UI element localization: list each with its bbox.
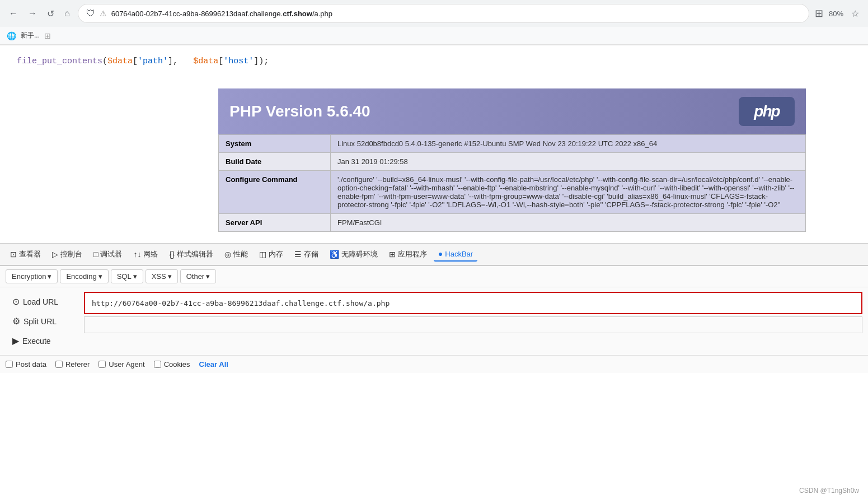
referer-checkbox-label[interactable]: Referer [55, 360, 90, 369]
devtool-label: HackBar [445, 250, 473, 258]
url-input[interactable] [84, 292, 862, 314]
xss-label: XSS [152, 272, 166, 281]
load-url-icon: ⊙ [12, 296, 20, 307]
devtool-label: 查看器 [19, 249, 41, 259]
other-label: Other [186, 272, 205, 281]
xss-menu[interactable]: XSS ▾ [146, 269, 178, 283]
table-cell-value: './configure' '--build=x86_64-linux-musl… [331, 171, 806, 214]
devtool-inspector[interactable]: ⊡ 查看器 [6, 247, 45, 262]
hackbar: Encryption ▾ Encoding ▾ SQL ▾ XSS ▾ Othe… [0, 265, 868, 373]
clear-all-button[interactable]: Clear All [199, 360, 228, 369]
devtool-storage[interactable]: ☰ 存储 [290, 247, 323, 262]
php-version: PHP Version 5.6.40 [229, 102, 370, 120]
devtool-debugger[interactable]: □ 调试器 [89, 247, 126, 262]
hackbar-actions: ⊙ Load URL ⚙ Split URL ▶ Execute [6, 292, 84, 351]
devtool-label: 存储 [304, 249, 318, 259]
devtool-style-editor[interactable]: {} 样式编辑器 [165, 247, 217, 262]
devtool-console[interactable]: ▷ 控制台 [48, 247, 87, 262]
back-button[interactable]: ← [7, 6, 20, 21]
address-bar[interactable]: 🛡 ⚠ 60764a00-02b7-41cc-a9ba-86996213daaf… [78, 4, 809, 23]
load-url-button[interactable]: ⊙ Load URL [6, 292, 84, 311]
grid-icon: ⊞ [815, 7, 823, 20]
accessibility-icon: ♿ [330, 250, 339, 259]
browser-nav: ← → ↺ ⌂ 🛡 ⚠ 60764a00-02b7-41cc-a9ba-8699… [0, 0, 868, 27]
user-agent-checkbox[interactable] [98, 361, 106, 368]
code-bracket1-close: ] [168, 57, 173, 66]
hackbar-content: ⊙ Load URL ⚙ Split URL ▶ Execute [0, 287, 868, 355]
style-editor-icon: {} [169, 250, 174, 259]
table-cell-key: System [219, 135, 331, 153]
encoding-arrow: ▾ [98, 272, 102, 281]
shield-icon: 🛡 [86, 8, 95, 18]
bookmark-item[interactable]: 新手... [21, 31, 40, 40]
encryption-arrow: ▾ [48, 272, 51, 281]
table-cell-key: Configure Command [219, 171, 331, 214]
devtool-label: 内存 [269, 249, 283, 259]
code-function: file_put_contents [17, 57, 102, 66]
devtool-performance[interactable]: ◎ 性能 [220, 247, 252, 262]
devtool-hackbar[interactable]: ● HackBar [434, 247, 477, 262]
table-row: Server API FPM/FastCGI [219, 214, 806, 232]
console-icon: ▷ [52, 250, 58, 259]
debugger-icon: □ [93, 250, 98, 259]
cookies-label: Cookies [164, 360, 190, 369]
devtools-bar: ⊡ 查看器 ▷ 控制台 □ 调试器 ↑↓ 网络 {} 样式编辑器 ◎ 性能 ◫ … [0, 243, 868, 265]
code-bracket2-close: ] [254, 57, 259, 66]
execute-label: Execute [22, 337, 51, 346]
home-button[interactable]: ⌂ [62, 6, 72, 21]
url-domain: ctf.show [283, 10, 312, 18]
performance-icon: ◎ [224, 250, 231, 259]
code-param2-var: $data [193, 57, 218, 66]
encryption-menu[interactable]: Encryption ▾ [6, 269, 58, 283]
code-line-1: file_put_contents($data['path'], $data['… [17, 57, 851, 66]
encoding-menu[interactable]: Encoding ▾ [60, 269, 108, 283]
post-area [84, 316, 862, 333]
devtool-application[interactable]: ⊞ 应用程序 [384, 247, 431, 262]
reload-button[interactable]: ↺ [45, 6, 57, 21]
sql-menu[interactable]: SQL ▾ [111, 269, 143, 283]
code-bracket2-open: [ [218, 57, 223, 66]
url-text: 60764a00-02b7-41cc-a9ba-86996213daaf.cha… [111, 10, 801, 18]
devtool-accessibility[interactable]: ♿ 无障碍环境 [325, 247, 382, 262]
post-data-checkbox[interactable] [6, 361, 13, 368]
post-data-checkbox-label[interactable]: Post data [6, 360, 46, 369]
storage-icon: ☰ [294, 250, 302, 259]
cookies-checkbox[interactable] [154, 361, 161, 368]
hackbar-bottom: Post data Referer User Agent Cookies Cle… [0, 355, 868, 373]
network-icon: ↑↓ [133, 250, 141, 259]
bookmark-button[interactable]: ☆ [849, 6, 861, 21]
user-agent-checkbox-label[interactable]: User Agent [98, 360, 144, 369]
xss-arrow: ▾ [168, 272, 172, 281]
referer-label: Referer [65, 360, 90, 369]
encryption-label: Encryption [12, 272, 46, 281]
sql-arrow: ▾ [133, 272, 137, 281]
split-url-button[interactable]: ⚙ Split URL [6, 311, 84, 331]
phpinfo-section: PHP Version 5.6.40 php System Linux 52d0… [218, 88, 806, 232]
forward-button[interactable]: → [26, 6, 39, 21]
code-bracket1-open: [ [133, 57, 138, 66]
encoding-label: Encoding [66, 272, 96, 281]
hackbar-menu: Encryption ▾ Encoding ▾ SQL ▾ XSS ▾ Othe… [0, 266, 868, 287]
other-menu[interactable]: Other ▾ [180, 269, 217, 283]
application-icon: ⊞ [389, 250, 396, 259]
execute-icon: ▶ [12, 335, 19, 346]
browser-chrome: ← → ↺ ⌂ 🛡 ⚠ 60764a00-02b7-41cc-a9ba-8699… [0, 0, 868, 45]
referer-checkbox[interactable] [55, 361, 63, 368]
warning-icon: ⚠ [100, 9, 107, 18]
inspector-icon: ⊡ [10, 250, 17, 259]
execute-button[interactable]: ▶ Execute [6, 331, 84, 351]
table-cell-value: Jan 31 2019 01:29:58 [331, 153, 806, 171]
other-arrow: ▾ [206, 272, 210, 281]
phpinfo-table: System Linux 52d0b8fbdcd0 5.4.0-135-gene… [218, 134, 806, 232]
memory-icon: ◫ [259, 250, 266, 259]
devtool-network[interactable]: ↑↓ 网络 [129, 247, 162, 262]
load-url-label: Load URL [23, 297, 58, 306]
split-url-icon: ⚙ [12, 316, 20, 327]
php-logo: php [739, 97, 795, 126]
cookies-checkbox-label[interactable]: Cookies [154, 360, 190, 369]
table-cell-value: Linux 52d0b8fbdcd0 5.4.0-135-generic #15… [331, 135, 806, 153]
code-paren-open: ( [102, 57, 107, 66]
code-param2-key: 'host' [223, 57, 254, 66]
globe-icon: 🌐 [7, 31, 16, 40]
devtool-memory[interactable]: ◫ 内存 [255, 247, 288, 262]
